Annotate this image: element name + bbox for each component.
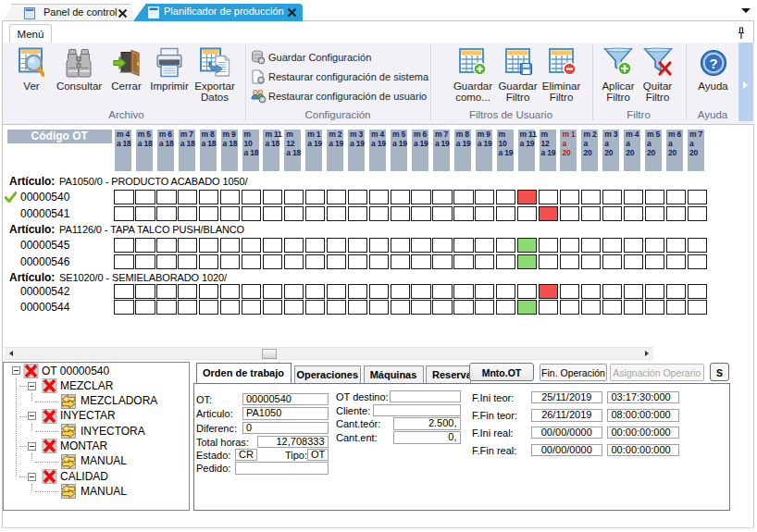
svg-text:?: ?	[709, 56, 717, 71]
